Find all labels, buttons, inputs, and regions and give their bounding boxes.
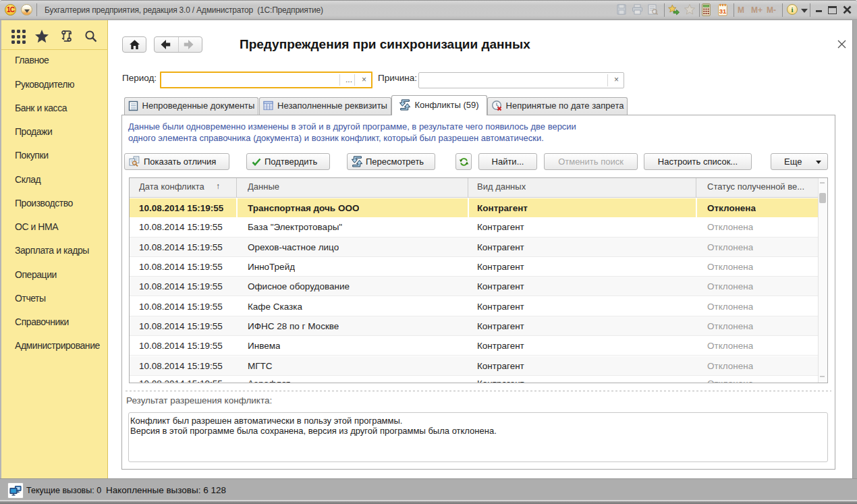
svg-text:31: 31 (719, 7, 727, 15)
